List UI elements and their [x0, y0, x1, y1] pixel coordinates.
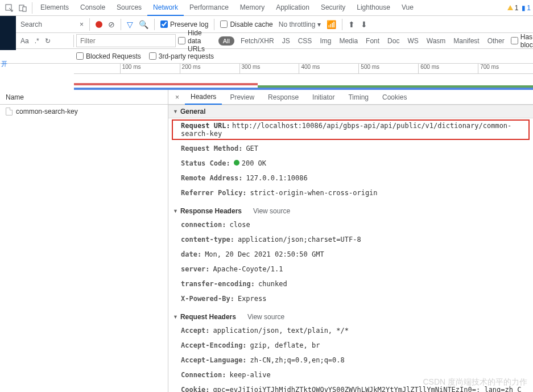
accept-encoding-row: Accept-Encoding:gzip, deflate, br: [168, 338, 533, 353]
tab-lighthouse[interactable]: Lighthouse: [351, 0, 396, 16]
triangle-down-icon: ▼: [173, 208, 178, 214]
download-icon[interactable]: ⬇: [361, 20, 367, 29]
triangle-down-icon: ▼: [173, 314, 178, 320]
devtools-topbar: Elements Console Sources Network Perform…: [0, 0, 533, 16]
content-type-row: content-type:application/json;charset=UT…: [168, 232, 533, 247]
request-headers-section[interactable]: ▼Request HeadersView source: [168, 311, 533, 323]
close-search-icon[interactable]: ×: [80, 20, 84, 28]
transfer-encoding-row: transfer-encoding:chunked: [168, 277, 533, 291]
detail-tab-cookies[interactable]: Cookies: [377, 90, 412, 104]
general-section-header[interactable]: ▼General: [168, 105, 533, 118]
detail-tab-preview[interactable]: Preview: [224, 90, 260, 104]
tab-network[interactable]: Network: [147, 0, 184, 16]
preserve-log-checkbox[interactable]: Preserve log: [160, 20, 208, 28]
filter-type-doc[interactable]: Doc: [386, 36, 401, 46]
cookie-row: Cookie:gpc=eyJjIjoiYTJhMjdhZTktOWQyYS00Z…: [168, 382, 533, 392]
filter-type-font[interactable]: Font: [364, 36, 381, 46]
accept-row: Accept:application/json, text/plain, */*: [168, 323, 533, 338]
filter-icon[interactable]: ▽: [127, 20, 133, 29]
filter-type-js[interactable]: JS: [280, 36, 292, 46]
filter-type-wasm[interactable]: Wasm: [425, 36, 448, 46]
clear-icon[interactable]: ⊘: [108, 20, 115, 29]
has-blocked-checkbox[interactable]: Has bloc: [511, 33, 533, 49]
search-icon[interactable]: 🔍: [139, 20, 148, 29]
disable-cache-checkbox[interactable]: Disable cache: [220, 20, 272, 28]
filter-input[interactable]: [76, 34, 176, 47]
regex-toggle[interactable]: .*: [35, 37, 39, 45]
filter-type-media[interactable]: Media: [337, 36, 360, 46]
refresh-icon[interactable]: ↻: [45, 37, 51, 45]
triangle-down-icon: ▼: [173, 109, 178, 114]
search-label: Search: [20, 20, 42, 28]
request-name: common-search-key: [16, 108, 78, 115]
match-case-toggle[interactable]: Aa: [20, 37, 29, 45]
third-party-checkbox[interactable]: 3rd-party requests: [149, 52, 214, 60]
request-row[interactable]: common-search-key: [0, 105, 168, 118]
view-source-link[interactable]: View source: [247, 313, 284, 321]
detail-tab-initiator[interactable]: Initiator: [307, 90, 340, 104]
svg-rect-2: [23, 7, 26, 11]
status-code-row: Status Code:200 OK: [168, 156, 533, 171]
tab-vue[interactable]: Vue: [396, 0, 419, 16]
device-icon[interactable]: [17, 3, 28, 13]
record-icon[interactable]: [96, 21, 102, 28]
remote-address-row: Remote Address:127.0.0.1:10086: [168, 171, 533, 185]
close-detail-icon[interactable]: ×: [172, 93, 183, 101]
filter-type-all[interactable]: All: [218, 36, 234, 46]
filter-type-img[interactable]: Img: [318, 36, 333, 46]
x-powered-by-row: X-Powered-By:Express: [168, 291, 533, 306]
chevron-down-icon: ▾: [317, 20, 321, 28]
accept-language-row: Accept-Language:zh-CN,zh;q=0.9,en;q=0.8: [168, 353, 533, 368]
network-timeline[interactable]: 100 ms 200 ms 300 ms 400 ms 500 ms 600 m…: [74, 64, 533, 90]
request-method-row: Request Method:GET: [168, 141, 533, 156]
tab-performance[interactable]: Performance: [184, 0, 234, 16]
tab-application[interactable]: Application: [270, 0, 315, 16]
request-url-row: Request URL: http://localhost:10086/api/…: [172, 119, 530, 140]
filter-type-ws[interactable]: WS: [406, 36, 420, 46]
file-icon: [6, 108, 13, 115]
throttling-select[interactable]: No throttling ▾: [279, 20, 321, 28]
filter-type-css[interactable]: CSS: [296, 36, 314, 46]
blocked-requests-checkbox[interactable]: Blocked Requests: [76, 52, 141, 60]
filter-type-fetch[interactable]: Fetch/XHR: [239, 36, 276, 46]
response-headers-section[interactable]: ▼Response HeadersView source: [168, 205, 533, 217]
date-row: date:Mon, 20 Dec 2021 02:50:50 GMT: [168, 247, 533, 262]
detail-tab-response[interactable]: Response: [262, 90, 304, 104]
name-column-header[interactable]: Name: [0, 90, 168, 105]
filter-type-manifest[interactable]: Manifest: [452, 36, 481, 46]
status-dot-icon: [234, 160, 239, 166]
server-row: server:Apache-Coyote/1.1: [168, 262, 533, 277]
tab-sources[interactable]: Sources: [111, 0, 147, 16]
warnings-badge[interactable]: 1: [507, 4, 519, 12]
detail-tab-timing[interactable]: Timing: [342, 90, 374, 104]
tab-console[interactable]: Console: [75, 0, 111, 16]
tab-memory[interactable]: Memory: [234, 0, 270, 16]
tab-security[interactable]: Security: [315, 0, 351, 16]
detail-tab-headers[interactable]: Headers: [185, 90, 222, 105]
view-source-link[interactable]: View source: [253, 207, 290, 215]
wifi-icon[interactable]: 📶: [327, 20, 336, 29]
tab-elements[interactable]: Elements: [35, 0, 75, 16]
hide-data-urls-checkbox[interactable]: Hide data URLs: [178, 29, 214, 53]
connection-row: connection:close: [168, 217, 533, 232]
messages-badge[interactable]: ▮ 1: [522, 4, 531, 12]
connection-req-row: Connection:keep-alive: [168, 368, 533, 382]
inspect-icon[interactable]: [3, 3, 15, 13]
referrer-policy-row: Referrer Policy:strict-origin-when-cross…: [168, 185, 533, 200]
filter-type-other[interactable]: Other: [486, 36, 506, 46]
upload-icon[interactable]: ⬆: [348, 20, 355, 29]
